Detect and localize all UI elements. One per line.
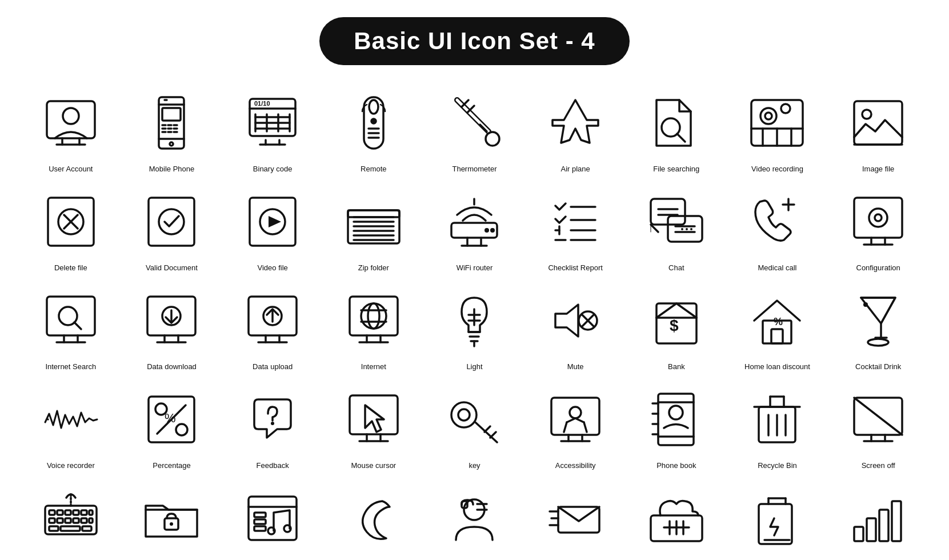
svg-rect-107 [47,297,95,335]
svg-rect-68 [348,210,399,217]
moon-icon [337,481,411,555]
svg-point-103 [875,214,882,221]
svg-rect-55 [854,101,902,145]
icon-item-accessibility: Accessibility [528,382,623,471]
svg-point-157 [176,424,187,435]
icon-item-phone-book: Phone book [629,382,724,471]
svg-rect-204 [73,510,79,515]
svg-point-166 [458,409,470,421]
configuration-label: Configuration [856,263,900,273]
svg-point-151 [868,339,888,346]
video-file-label: Video file [258,263,288,273]
icon-item-configuration: Configuration [831,185,926,273]
svg-rect-244 [854,527,863,541]
icon-item-thermometer: Thermometer [427,86,522,174]
icon-item-fast-message: Fast message [528,481,623,560]
chat-icon [639,185,714,259]
svg-rect-213 [49,526,58,531]
svg-point-126 [361,303,386,329]
icon-item-binary-code: 01/10 Binary code [225,86,321,174]
svg-rect-209 [65,518,71,523]
voice-recorder-icon [34,382,108,457]
icon-item-checklist-report: Checklist Report [528,185,623,273]
svg-point-56 [862,110,871,119]
svg-point-50 [781,104,790,113]
svg-point-102 [869,209,887,227]
key-icon [437,382,511,457]
svg-text:01/10: 01/10 [254,100,270,107]
bank-label: Bank [668,362,685,372]
bank-icon: $ [639,283,714,358]
svg-rect-247 [892,501,901,541]
valid-document-icon [134,185,209,259]
icon-item-screen-off: Screen off [831,382,926,471]
icon-item-zip-folder: Zip folder [326,185,422,273]
svg-point-159 [271,422,274,425]
svg-point-98 [690,228,692,230]
internet-search-label: Internet Search [45,362,96,372]
svg-rect-223 [254,526,266,531]
image-file-icon [841,86,915,160]
home-loan-discount-icon: % [740,283,814,358]
svg-rect-206 [89,510,93,515]
svg-line-109 [74,322,81,329]
icon-item-data-download: Data download [124,283,219,372]
icon-item-cocktail-drink: Cocktail Drink [831,283,926,372]
delete-file-icon [34,185,108,259]
icon-item-mobile-phone: Mobile Phone [124,86,219,174]
icon-item-percentage: % Percentage [124,382,219,471]
svg-line-46 [677,134,685,142]
icon-item-mouse-cursor: Mouse cursor [326,382,422,471]
phone-book-label: Phone book [656,461,696,471]
svg-marker-161 [365,405,384,432]
icon-item-light: Light [427,283,522,372]
svg-line-168 [484,426,490,432]
data-upload-icon [235,283,310,358]
icon-item-bank: $ Bank [629,283,724,372]
svg-point-34 [369,100,378,114]
percentage-label: Percentage [153,461,191,471]
icon-item-valid-document: Valid Document [124,185,219,273]
svg-rect-214 [61,526,80,531]
thermometer-label: Thermometer [452,165,496,174]
video-recording-label: Video recording [751,165,803,174]
svg-rect-215 [82,526,91,531]
svg-rect-245 [867,518,876,541]
key-label: key [469,461,480,471]
svg-point-96 [681,228,683,230]
mute-label: Mute [567,362,584,372]
svg-rect-222 [254,519,266,524]
svg-marker-140 [555,305,578,337]
network-signal-icon [841,481,915,555]
svg-text:%: % [774,316,783,327]
svg-text:$: $ [670,317,679,334]
svg-rect-101 [854,198,902,238]
icon-item-medical-call: Medical call [730,185,825,273]
icon-item-air-plane: Air plane [528,86,623,174]
svg-point-76 [484,228,489,233]
icon-item-delete-file: Delete file [23,185,119,273]
data-download-icon [134,283,209,358]
icon-item-feedback: Feedback [225,382,321,471]
icon-item-folder-lock: Folder lock [124,481,219,560]
svg-line-169 [490,432,496,438]
icon-item-voice-recorder: Voice recorder [23,382,119,471]
music-player-icon [235,481,310,555]
zip-folder-label: Zip folder [358,263,389,273]
battery-charging-icon [740,481,814,555]
cocktail-drink-label: Cocktail Drink [855,362,901,372]
svg-line-175 [584,422,587,432]
svg-rect-246 [879,510,888,541]
chat-label: Chat [668,263,684,273]
binary-code-label: Binary code [253,165,293,174]
configuration-icon [841,185,915,259]
svg-rect-212 [89,518,93,523]
mouse-cursor-label: Mouse cursor [351,461,396,471]
icon-item-recycle-bin: Recycle Bin [730,382,825,471]
delete-file-label: Delete file [54,263,87,273]
wifi-router-icon [437,185,511,259]
computer-keyboard-icon [34,481,108,555]
icon-item-data-upload: Data upload [225,283,321,372]
checklist-report-label: Checklist Report [548,263,602,273]
svg-point-1 [63,108,79,124]
